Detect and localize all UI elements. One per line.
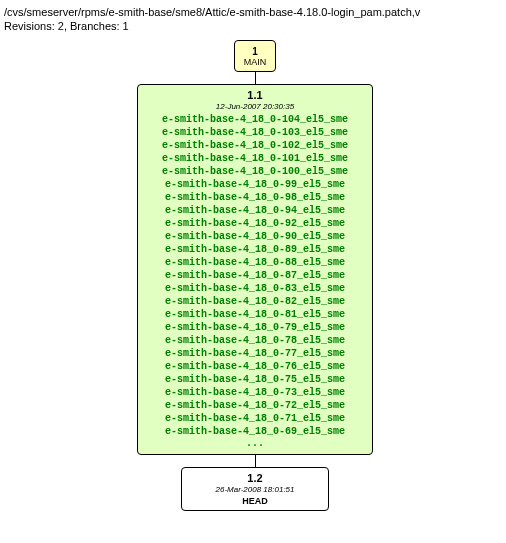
tag-entry: e-smith-base-4_18_0-103_el5_sme bbox=[162, 126, 348, 139]
tag-entry: e-smith-base-4_18_0-79_el5_sme bbox=[162, 321, 348, 334]
tag-entry: e-smith-base-4_18_0-89_el5_sme bbox=[162, 243, 348, 256]
tag-entry: e-smith-base-4_18_0-82_el5_sme bbox=[162, 295, 348, 308]
branch-node-main[interactable]: 1 MAIN bbox=[234, 40, 276, 72]
revision-graph: 1 MAIN 1.1 12-Jun-2007 20:30:35 e-smith-… bbox=[6, 40, 504, 511]
tag-entry: e-smith-base-4_18_0-104_el5_sme bbox=[162, 113, 348, 126]
connector-line bbox=[255, 72, 256, 84]
revision-date: 12-Jun-2007 20:30:35 bbox=[216, 102, 294, 111]
tag-entry: e-smith-base-4_18_0-98_el5_sme bbox=[162, 191, 348, 204]
tag-entry: e-smith-base-4_18_0-77_el5_sme bbox=[162, 347, 348, 360]
connector-line bbox=[255, 455, 256, 467]
head-label: HEAD bbox=[242, 496, 268, 506]
revisions-summary: Revisions: 2, Branches: 1 bbox=[4, 20, 506, 32]
tag-entry: e-smith-base-4_18_0-75_el5_sme bbox=[162, 373, 348, 386]
tag-entry: e-smith-base-4_18_0-71_el5_sme bbox=[162, 412, 348, 425]
revision-date: 26-Mar-2008 18:01:51 bbox=[215, 485, 294, 494]
tag-entry: e-smith-base-4_18_0-81_el5_sme bbox=[162, 308, 348, 321]
tag-entry: e-smith-base-4_18_0-88_el5_sme bbox=[162, 256, 348, 269]
tag-entry: e-smith-base-4_18_0-72_el5_sme bbox=[162, 399, 348, 412]
tag-entry: e-smith-base-4_18_0-73_el5_sme bbox=[162, 386, 348, 399]
revision-number: 1.1 bbox=[247, 89, 262, 101]
tag-entry: e-smith-base-4_18_0-69_el5_sme bbox=[162, 425, 348, 438]
file-path: /cvs/smeserver/rpms/e-smith-base/sme8/At… bbox=[4, 6, 506, 18]
revision-node-1-2[interactable]: 1.2 26-Mar-2008 18:01:51 HEAD bbox=[181, 467, 329, 511]
tag-entry: e-smith-base-4_18_0-83_el5_sme bbox=[162, 282, 348, 295]
tag-entry: e-smith-base-4_18_0-100_el5_sme bbox=[162, 165, 348, 178]
tag-entry: e-smith-base-4_18_0-92_el5_sme bbox=[162, 217, 348, 230]
tag-list: e-smith-base-4_18_0-104_el5_smee-smith-b… bbox=[162, 113, 348, 438]
tag-entry: e-smith-base-4_18_0-101_el5_sme bbox=[162, 152, 348, 165]
tag-entry: e-smith-base-4_18_0-87_el5_sme bbox=[162, 269, 348, 282]
branch-label: MAIN bbox=[244, 57, 267, 67]
tag-entry: e-smith-base-4_18_0-99_el5_sme bbox=[162, 178, 348, 191]
tag-entry: e-smith-base-4_18_0-102_el5_sme bbox=[162, 139, 348, 152]
tag-entry: e-smith-base-4_18_0-76_el5_sme bbox=[162, 360, 348, 373]
tags-ellipsis: ... bbox=[246, 438, 264, 450]
tag-entry: e-smith-base-4_18_0-90_el5_sme bbox=[162, 230, 348, 243]
branch-number: 1 bbox=[252, 46, 258, 57]
tag-entry: e-smith-base-4_18_0-94_el5_sme bbox=[162, 204, 348, 217]
revision-node-1-1[interactable]: 1.1 12-Jun-2007 20:30:35 e-smith-base-4_… bbox=[137, 84, 373, 455]
tag-entry: e-smith-base-4_18_0-78_el5_sme bbox=[162, 334, 348, 347]
revision-number: 1.2 bbox=[247, 472, 262, 484]
